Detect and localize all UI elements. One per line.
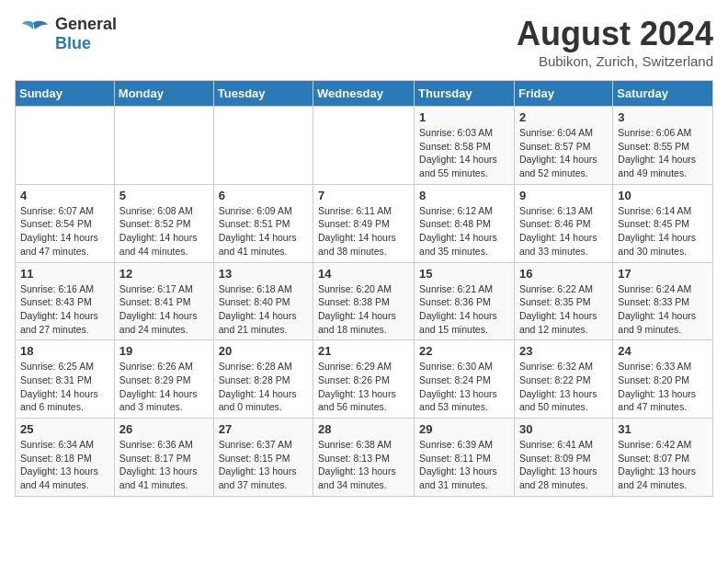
logo-icon — [15, 16, 51, 52]
day-cell — [313, 107, 415, 185]
day-cell: 24Sunrise: 6:33 AM Sunset: 8:20 PM Dayli… — [613, 340, 713, 419]
day-info: Sunrise: 6:34 AM Sunset: 8:18 PM Dayligh… — [20, 438, 109, 492]
day-info: Sunrise: 6:18 AM Sunset: 8:40 PM Dayligh… — [219, 282, 308, 337]
day-number: 17 — [618, 267, 708, 281]
location-subtitle: Bubikon, Zurich, Switzerland — [517, 53, 713, 69]
day-cell: 9Sunrise: 6:13 AM Sunset: 8:46 PM Daylig… — [514, 184, 612, 262]
day-number: 22 — [419, 344, 509, 358]
day-cell: 23Sunrise: 6:32 AM Sunset: 8:22 PM Dayli… — [514, 340, 612, 419]
col-header-saturday: Saturday — [613, 81, 713, 107]
day-number: 5 — [119, 189, 209, 202]
day-info: Sunrise: 6:28 AM Sunset: 8:28 PM Dayligh… — [219, 360, 308, 414]
day-cell: 16Sunrise: 6:22 AM Sunset: 8:35 PM Dayli… — [514, 262, 612, 340]
week-row-5: 25Sunrise: 6:34 AM Sunset: 8:18 PM Dayli… — [16, 419, 713, 497]
day-info: Sunrise: 6:29 AM Sunset: 8:26 PM Dayligh… — [318, 360, 409, 414]
day-cell: 29Sunrise: 6:39 AM Sunset: 8:11 PM Dayli… — [415, 419, 515, 497]
col-header-thursday: Thursday — [415, 81, 515, 107]
day-cell — [114, 107, 213, 185]
day-number: 25 — [20, 422, 109, 436]
day-cell: 13Sunrise: 6:18 AM Sunset: 8:40 PM Dayli… — [213, 262, 313, 340]
day-cell: 27Sunrise: 6:37 AM Sunset: 8:15 PM Dayli… — [213, 419, 313, 497]
day-number: 13 — [219, 267, 308, 281]
day-info: Sunrise: 6:13 AM Sunset: 8:46 PM Dayligh… — [519, 204, 608, 259]
day-number: 8 — [419, 189, 509, 202]
day-info: Sunrise: 6:21 AM Sunset: 8:36 PM Dayligh… — [419, 282, 509, 337]
day-info: Sunrise: 6:04 AM Sunset: 8:57 PM Dayligh… — [519, 126, 608, 180]
week-row-3: 11Sunrise: 6:16 AM Sunset: 8:43 PM Dayli… — [16, 262, 713, 340]
day-info: Sunrise: 6:09 AM Sunset: 8:51 PM Dayligh… — [219, 204, 308, 259]
day-number: 19 — [119, 344, 209, 358]
day-number: 14 — [318, 267, 409, 281]
day-info: Sunrise: 6:42 AM Sunset: 8:07 PM Dayligh… — [618, 438, 708, 492]
day-cell: 12Sunrise: 6:17 AM Sunset: 8:41 PM Dayli… — [114, 262, 213, 340]
day-info: Sunrise: 6:22 AM Sunset: 8:35 PM Dayligh… — [519, 282, 608, 337]
day-cell: 8Sunrise: 6:12 AM Sunset: 8:48 PM Daylig… — [415, 184, 515, 262]
day-info: Sunrise: 6:17 AM Sunset: 8:41 PM Dayligh… — [119, 282, 209, 337]
month-title: August 2024 — [517, 15, 713, 53]
day-info: Sunrise: 6:30 AM Sunset: 8:24 PM Dayligh… — [419, 360, 509, 414]
day-info: Sunrise: 6:16 AM Sunset: 8:43 PM Dayligh… — [20, 282, 109, 337]
day-cell: 31Sunrise: 6:42 AM Sunset: 8:07 PM Dayli… — [613, 419, 713, 497]
day-cell: 5Sunrise: 6:08 AM Sunset: 8:52 PM Daylig… — [114, 184, 213, 262]
day-cell: 3Sunrise: 6:06 AM Sunset: 8:55 PM Daylig… — [613, 107, 713, 185]
day-number: 2 — [519, 110, 608, 124]
day-number: 28 — [318, 422, 409, 436]
day-cell: 6Sunrise: 6:09 AM Sunset: 8:51 PM Daylig… — [213, 184, 313, 262]
day-number: 29 — [419, 422, 509, 436]
day-number: 21 — [318, 344, 409, 358]
day-info: Sunrise: 6:07 AM Sunset: 8:54 PM Dayligh… — [20, 204, 109, 259]
day-cell: 22Sunrise: 6:30 AM Sunset: 8:24 PM Dayli… — [415, 340, 515, 419]
day-cell: 25Sunrise: 6:34 AM Sunset: 8:18 PM Dayli… — [16, 419, 115, 497]
day-cell: 21Sunrise: 6:29 AM Sunset: 8:26 PM Dayli… — [313, 340, 415, 419]
day-cell: 17Sunrise: 6:24 AM Sunset: 8:33 PM Dayli… — [613, 262, 713, 340]
day-cell: 14Sunrise: 6:20 AM Sunset: 8:38 PM Dayli… — [313, 262, 415, 340]
day-cell: 28Sunrise: 6:38 AM Sunset: 8:13 PM Dayli… — [313, 419, 415, 497]
day-cell: 7Sunrise: 6:11 AM Sunset: 8:49 PM Daylig… — [313, 184, 415, 262]
page-header: General Blue August 2024 Bubikon, Zurich… — [15, 15, 713, 69]
day-cell: 4Sunrise: 6:07 AM Sunset: 8:54 PM Daylig… — [16, 184, 115, 262]
calendar-table: SundayMondayTuesdayWednesdayThursdayFrid… — [15, 80, 713, 497]
day-number: 20 — [219, 344, 308, 358]
day-number: 23 — [519, 344, 608, 358]
day-cell: 19Sunrise: 6:26 AM Sunset: 8:29 PM Dayli… — [114, 340, 213, 419]
col-header-tuesday: Tuesday — [213, 81, 313, 107]
day-info: Sunrise: 6:26 AM Sunset: 8:29 PM Dayligh… — [119, 360, 209, 414]
col-header-monday: Monday — [114, 81, 213, 107]
day-number: 31 — [618, 422, 708, 436]
day-info: Sunrise: 6:24 AM Sunset: 8:33 PM Dayligh… — [618, 282, 708, 337]
day-info: Sunrise: 6:14 AM Sunset: 8:45 PM Dayligh… — [618, 204, 708, 259]
logo: General Blue — [15, 15, 117, 53]
logo-blue: Blue — [55, 34, 91, 52]
title-block: August 2024 Bubikon, Zurich, Switzerland — [517, 15, 713, 69]
day-number: 15 — [419, 267, 509, 281]
day-info: Sunrise: 6:39 AM Sunset: 8:11 PM Dayligh… — [419, 438, 509, 492]
day-number: 27 — [219, 422, 308, 436]
day-info: Sunrise: 6:32 AM Sunset: 8:22 PM Dayligh… — [519, 360, 608, 414]
day-number: 18 — [20, 344, 109, 358]
day-number: 7 — [318, 189, 409, 202]
day-info: Sunrise: 6:03 AM Sunset: 8:58 PM Dayligh… — [419, 126, 509, 180]
day-number: 26 — [119, 422, 209, 436]
day-number: 10 — [618, 189, 708, 202]
day-number: 4 — [20, 189, 109, 202]
day-cell: 30Sunrise: 6:41 AM Sunset: 8:09 PM Dayli… — [514, 419, 612, 497]
calendar-header-row: SundayMondayTuesdayWednesdayThursdayFrid… — [16, 81, 713, 107]
day-cell: 15Sunrise: 6:21 AM Sunset: 8:36 PM Dayli… — [415, 262, 515, 340]
week-row-4: 18Sunrise: 6:25 AM Sunset: 8:31 PM Dayli… — [16, 340, 713, 419]
col-header-wednesday: Wednesday — [313, 81, 415, 107]
day-info: Sunrise: 6:25 AM Sunset: 8:31 PM Dayligh… — [20, 360, 109, 414]
day-cell: 20Sunrise: 6:28 AM Sunset: 8:28 PM Dayli… — [213, 340, 313, 419]
day-number: 12 — [119, 267, 209, 281]
day-info: Sunrise: 6:11 AM Sunset: 8:49 PM Dayligh… — [318, 204, 409, 259]
logo-general: General — [55, 15, 117, 33]
day-number: 3 — [618, 110, 708, 124]
day-cell: 1Sunrise: 6:03 AM Sunset: 8:58 PM Daylig… — [415, 107, 515, 185]
day-cell: 11Sunrise: 6:16 AM Sunset: 8:43 PM Dayli… — [16, 262, 115, 340]
day-number: 11 — [20, 267, 109, 281]
day-number: 1 — [419, 110, 509, 124]
day-info: Sunrise: 6:06 AM Sunset: 8:55 PM Dayligh… — [618, 126, 708, 180]
day-info: Sunrise: 6:36 AM Sunset: 8:17 PM Dayligh… — [119, 438, 209, 492]
day-cell — [16, 107, 115, 185]
day-cell — [213, 107, 313, 185]
day-info: Sunrise: 6:08 AM Sunset: 8:52 PM Dayligh… — [119, 204, 209, 259]
